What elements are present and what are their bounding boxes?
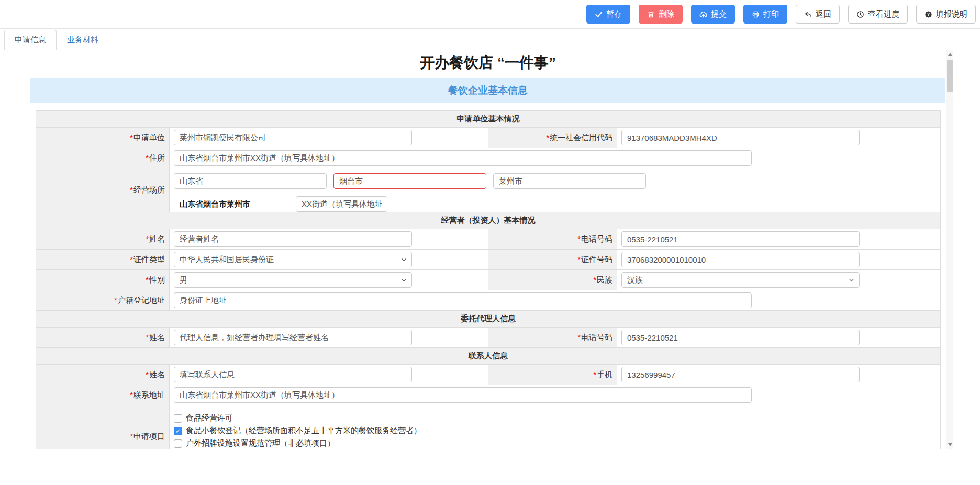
- section-header: 联系人信息: [36, 348, 941, 365]
- id-type-selected-value: 中华人民共和国居民身份证: [180, 255, 274, 265]
- delete-button[interactable]: 删除: [639, 5, 683, 24]
- table-row: *姓名 *手机: [36, 365, 941, 385]
- section-banner: 餐饮企业基本信息: [30, 78, 945, 103]
- contact-address-input[interactable]: [174, 387, 752, 403]
- triangle-up-icon: [948, 53, 952, 56]
- field-label: 手机: [597, 370, 612, 379]
- cloud-upload-icon: [699, 10, 707, 18]
- required-asterisk: *: [130, 185, 133, 194]
- checkbox-label: 食品经营许可: [186, 413, 233, 423]
- table-row: *证件类型 中华人民共和国居民身份证 *证件号码: [36, 250, 941, 270]
- table-row: *住所: [36, 148, 941, 168]
- print-button[interactable]: 打印: [743, 5, 787, 24]
- field-label: 性别: [149, 275, 165, 284]
- question-circle-icon: ?: [925, 10, 932, 18]
- required-asterisk: *: [146, 370, 149, 379]
- ethnicity-selected-value: 汉族: [627, 275, 643, 285]
- toolbar: 暂存 删除 提交 打印 返回 查看进度 ? 填报说明: [0, 0, 980, 29]
- section-header: 经营者（投资人）基本情况: [36, 212, 941, 229]
- checkbox-label: 食品小餐饮登记（经营场所面积不足五十平方米的餐饮服务经营者）: [186, 426, 421, 436]
- section-header: 申请单位基本情况: [36, 111, 941, 128]
- vertical-scrollbar[interactable]: [946, 50, 953, 449]
- premise-county-input[interactable]: [493, 173, 646, 189]
- checkbox[interactable]: [174, 427, 182, 435]
- table-row: *姓名 *电话号码: [36, 229, 941, 250]
- operator-phone-input[interactable]: [621, 231, 860, 247]
- uscc-input[interactable]: [621, 130, 860, 145]
- field-label: 证件号码: [581, 255, 612, 264]
- section-header-row: 联系人信息: [36, 348, 941, 365]
- applicant-unit-input[interactable]: [174, 130, 412, 145]
- table-row: *申请项目 食品经营许可 食品小餐饮登记（经营场所面积不足五十平方米的餐饮服务经…: [36, 405, 941, 449]
- required-asterisk: *: [146, 153, 149, 162]
- required-asterisk: *: [130, 432, 133, 441]
- form-viewport: 开办餐饮店 “一件事” 餐饮企业基本信息 申请单位基本情况 *申请单位 *统一社…: [0, 50, 980, 449]
- checkbox[interactable]: [174, 414, 182, 423]
- required-asterisk: *: [130, 390, 133, 399]
- chevron-down-icon: [401, 257, 407, 263]
- operator-name-input[interactable]: [174, 231, 412, 247]
- scroll-up-arrow[interactable]: [946, 50, 953, 59]
- submit-label: 提交: [711, 9, 727, 19]
- help-button[interactable]: ? 填报说明: [916, 5, 976, 24]
- required-asterisk: *: [593, 275, 596, 284]
- field-label: 电话号码: [581, 234, 612, 243]
- help-label: 填报说明: [936, 9, 967, 19]
- domicile-address-input[interactable]: [174, 292, 752, 308]
- checkbox[interactable]: [174, 439, 182, 448]
- project-option-outdoor-sign[interactable]: 户外招牌设施设置规范管理（非必填项目）: [174, 437, 940, 449]
- page-title: 开办餐饮店 “一件事”: [30, 53, 945, 72]
- clock-icon: [856, 10, 864, 18]
- required-asterisk: *: [130, 255, 133, 264]
- contact-mobile-input[interactable]: [621, 367, 860, 382]
- field-label: 电话号码: [581, 333, 612, 342]
- svg-text:?: ?: [927, 12, 930, 17]
- tab-business-materials[interactable]: 业务材料: [57, 30, 109, 50]
- tab-application-info[interactable]: 申请信息: [4, 30, 57, 50]
- required-asterisk: *: [146, 275, 149, 284]
- back-button[interactable]: 返回: [796, 5, 840, 24]
- save-draft-button[interactable]: 暂存: [586, 5, 630, 24]
- view-progress-label: 查看进度: [868, 9, 899, 19]
- back-label: 返回: [816, 9, 831, 19]
- chevron-down-icon: [401, 277, 407, 283]
- ethnicity-select[interactable]: 汉族: [621, 272, 860, 288]
- return-arrow-icon: [804, 10, 812, 18]
- required-asterisk: *: [114, 296, 117, 304]
- check-icon: [595, 10, 603, 18]
- trash-icon: [647, 10, 655, 18]
- required-asterisk: *: [577, 255, 581, 264]
- table-row: *联系地址: [36, 385, 941, 405]
- triangle-down-icon: [948, 443, 952, 446]
- field-label: 姓名: [149, 234, 165, 243]
- submit-button[interactable]: 提交: [691, 5, 735, 24]
- agent-phone-input[interactable]: [621, 330, 860, 345]
- delete-label: 删除: [659, 9, 674, 19]
- field-label: 民族: [597, 275, 612, 284]
- table-row: *经营场所 山东省烟台市莱州市: [36, 168, 941, 212]
- section-header: 委托代理人信息: [36, 311, 941, 328]
- required-asterisk: *: [146, 333, 149, 342]
- scroll-down-arrow[interactable]: [946, 441, 953, 449]
- premise-city-input[interactable]: [333, 173, 486, 189]
- view-progress-button[interactable]: 查看进度: [848, 5, 908, 24]
- contact-name-input[interactable]: [174, 367, 412, 382]
- application-form-table: 申请单位基本情况 *申请单位 *统一社会信用代码 *住所 *经营场所: [36, 110, 941, 449]
- gender-select[interactable]: 男: [174, 272, 412, 288]
- agent-name-input[interactable]: [174, 330, 412, 345]
- field-label: 证件类型: [133, 255, 165, 264]
- premise-street-input[interactable]: [296, 196, 387, 212]
- residence-address-input[interactable]: [174, 150, 752, 166]
- table-row: *申请单位 *统一社会信用代码: [36, 128, 941, 148]
- project-option-food-license[interactable]: 食品经营许可: [174, 412, 940, 425]
- scrollbar-thumb[interactable]: [947, 60, 953, 92]
- field-label: 申请单位: [133, 133, 165, 142]
- field-label: 户籍登记地址: [118, 296, 165, 304]
- premise-province-input[interactable]: [174, 173, 327, 189]
- id-type-select[interactable]: 中华人民共和国居民身份证: [174, 252, 412, 267]
- id-number-input[interactable]: [621, 252, 860, 267]
- field-label: 住所: [149, 153, 165, 162]
- save-draft-label: 暂存: [606, 9, 622, 19]
- project-option-small-catering[interactable]: 食品小餐饮登记（经营场所面积不足五十平方米的餐饮服务经营者）: [174, 425, 940, 437]
- chevron-down-icon: [849, 277, 854, 283]
